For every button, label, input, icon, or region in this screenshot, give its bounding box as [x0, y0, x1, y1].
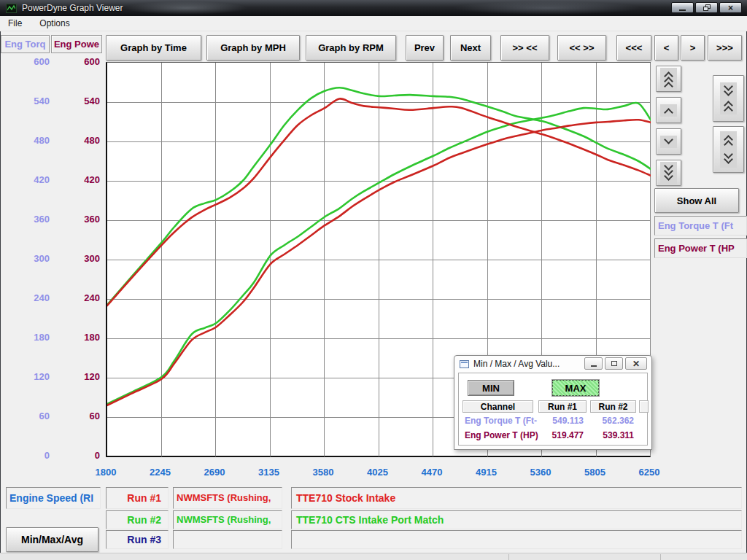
chevron-up-icon: [660, 104, 677, 117]
minmax-run2-value: 539.311: [590, 429, 634, 442]
tab-eng-power[interactable]: Eng Powe: [51, 35, 102, 53]
menu-bar: File Options: [0, 16, 747, 31]
scale-up-button[interactable]: [656, 97, 681, 123]
torque-axis-tick-label: 180: [9, 332, 50, 343]
legend-run-name-1[interactable]: NWMSFTS (Rushing,: [173, 487, 282, 509]
rpm-axis-tick-label: 2245: [137, 467, 184, 478]
window-title: PowerDyne Graph Viewer: [22, 3, 123, 13]
minimize-icon: [679, 9, 686, 11]
torque-axis-tick-label: 600: [9, 56, 50, 68]
torque-axis-tick-label: 420: [9, 174, 50, 186]
app-icon: [6, 4, 17, 13]
power-axis-tick-label: 0: [61, 450, 100, 462]
minimize-button[interactable]: [671, 2, 694, 13]
next-button[interactable]: Next: [450, 35, 491, 61]
column-header-run2: Run #2: [590, 400, 636, 413]
minmax-window-titlebar[interactable]: Min / Max / Avg Valu... ✕: [454, 356, 651, 372]
rpm-axis-tick-label: 3135: [246, 467, 293, 478]
minmax-row: Eng Power T (HP)519.477539.311: [459, 429, 647, 442]
menu-options[interactable]: Options: [38, 17, 71, 30]
power-axis-tick-label: 300: [61, 253, 100, 265]
legend-run-label-3[interactable]: Run #3: [106, 530, 169, 549]
minmax-channel-label: Eng Power T (HP): [465, 429, 538, 442]
rpm-axis-tick-label: 4025: [355, 467, 401, 478]
zoom-in-x-button[interactable]: >> <<: [500, 35, 549, 61]
minmax-window-title: Min / Max / Avg Valu...: [473, 359, 560, 369]
titlebar-glass-reflection: [452, 1, 642, 15]
minmax-channel-label: Eng Torque T (Ft-: [465, 415, 537, 427]
graph-by-time-button[interactable]: Graph by Time: [106, 35, 201, 61]
minmax-run1-value: 519.477: [538, 429, 584, 442]
minmax-close-button[interactable]: ✕: [625, 357, 647, 370]
expand-scale-button[interactable]: [713, 126, 744, 173]
column-header-channel: Channel: [462, 400, 533, 413]
power-axis-tick-label: 60: [61, 411, 100, 422]
x-axis-channel-box[interactable]: Engine Speed (RI: [6, 487, 101, 509]
power-axis-tick-label: 600: [61, 56, 100, 68]
legend-run-note-1[interactable]: TTE710 Stock Intake: [291, 487, 742, 509]
minmax-minimize-button[interactable]: [584, 357, 603, 370]
legend-run-label-1[interactable]: Run #1: [106, 487, 169, 509]
collapse-scale-button[interactable]: [713, 75, 744, 122]
power-axis-tick-label: 420: [61, 174, 100, 186]
restore-icon: [703, 4, 711, 11]
scroll-left-button[interactable]: <: [654, 35, 678, 61]
chevrons-outward-icon: [720, 131, 737, 168]
minmax-avg-button[interactable]: Min/Max/Avg: [6, 527, 98, 552]
legend-run-note-3[interactable]: [291, 530, 742, 549]
scroll-right-fast-button[interactable]: >>>: [708, 35, 742, 61]
max-toggle-button[interactable]: MAX: [552, 380, 599, 396]
close-icon: ✕: [632, 360, 640, 368]
scroll-right-button[interactable]: >: [681, 35, 705, 61]
legend-run-note-2[interactable]: TTE710 CTS Intake Port Match: [291, 510, 742, 529]
graph-by-mph-button[interactable]: Graph by MPH: [206, 35, 300, 61]
channel-label-eng-torque[interactable]: Eng Torque T (Ft: [654, 216, 747, 236]
menu-file[interactable]: File: [7, 17, 23, 30]
torque-axis-tick-label: 120: [9, 371, 50, 383]
graph-by-rpm-button[interactable]: Graph by RPM: [306, 35, 396, 61]
legend-run-label-2[interactable]: Run #2: [106, 510, 169, 529]
torque-axis-tick-label: 0: [9, 450, 50, 462]
channel-label-eng-power[interactable]: Eng Power T (HP: [654, 238, 747, 258]
minmax-window-body: MIN MAX Channel Run #1 Run #2 Eng Torque…: [458, 373, 648, 446]
rpm-axis-tick-label: 2690: [191, 467, 238, 478]
column-header-run1: Run #1: [538, 400, 587, 413]
minmax-values-window[interactable]: Min / Max / Avg Valu... ✕ MIN MAX Channe…: [454, 355, 652, 450]
minimize-icon: [591, 365, 597, 367]
rpm-axis-tick-label: 4915: [463, 467, 510, 478]
status-bar: [0, 553, 747, 560]
minmax-row: Eng Torque T (Ft-549.113562.362: [459, 415, 647, 427]
tab-eng-torque[interactable]: Eng Torq: [1, 35, 50, 53]
min-toggle-button[interactable]: MIN: [468, 380, 514, 396]
scroll-left-fast-button[interactable]: <<<: [616, 35, 651, 61]
prev-button[interactable]: Prev: [406, 35, 444, 61]
chevron-down-icon: [660, 136, 677, 148]
scale-up-fast-button[interactable]: [656, 66, 681, 92]
show-all-button[interactable]: Show All: [654, 188, 739, 213]
triple-chevron-down-icon: [660, 162, 677, 184]
zoom-out-x-button[interactable]: << >>: [557, 35, 606, 61]
close-button[interactable]: ×: [719, 2, 742, 13]
rpm-axis-tick-label: 1800: [82, 467, 129, 478]
torque-axis-tick-label: 480: [9, 135, 50, 147]
statusbar-divider: [508, 554, 509, 560]
rpm-axis-tick-label: 3580: [300, 467, 347, 478]
scale-down-fast-button[interactable]: [656, 160, 681, 186]
legend-run-name-3[interactable]: [173, 530, 282, 549]
rpm-axis-tick-label: 5360: [517, 467, 564, 478]
power-axis-tick-label: 540: [61, 96, 100, 107]
scale-down-button[interactable]: [656, 128, 681, 155]
power-axis-tick-label: 240: [61, 292, 100, 304]
restore-button[interactable]: [695, 2, 718, 13]
triple-chevron-up-icon: [660, 68, 677, 90]
minmax-restore-button[interactable]: [605, 357, 623, 370]
torque-axis-tick-label: 60: [9, 411, 50, 422]
power-axis-tick-label: 180: [61, 332, 100, 343]
window-icon: [460, 360, 469, 368]
title-bar: PowerDyne Graph Viewer ×: [0, 0, 747, 16]
power-axis-tick-label: 480: [61, 135, 100, 147]
rpm-axis-tick-label: 5805: [572, 467, 619, 478]
torque-axis-tick-label: 540: [9, 96, 50, 107]
minmax-run2-value: 562.362: [590, 415, 634, 427]
legend-run-name-2[interactable]: NWMSFTS (Rushing,: [173, 510, 282, 529]
